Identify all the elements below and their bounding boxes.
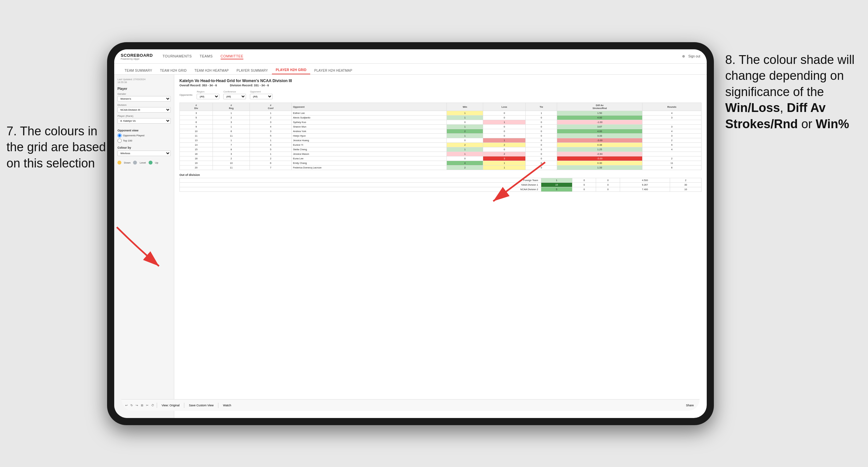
table-row: 9 1 4 Sharon Mun 1 0 0 3.67 3 — [180, 125, 702, 129]
grid-title: Katelyn Vo Head-to-Head Grid for Women's… — [180, 79, 702, 83]
share-btn[interactable]: Share — [684, 403, 696, 408]
toolbar-divider-2 — [184, 403, 184, 408]
time-icon[interactable]: ⏱ — [151, 404, 154, 407]
out-of-division-table: Foreign Team 1 0 0 4.500 2 NAIA Division… — [180, 178, 702, 192]
colour-by-select[interactable]: Win/loss — [118, 151, 171, 156]
th-diff: Diff AvStrokes/Rnd — [557, 103, 642, 111]
region-label: Region — [197, 90, 219, 93]
table-row: 10 6 3 Andrea York 2 0 0 4.00 4 — [180, 129, 702, 134]
sub-nav-team-h2h-grid[interactable]: TEAM H2H GRID — [156, 67, 190, 74]
gender-select[interactable]: Women's — [118, 96, 171, 101]
th-div: #Div — [180, 103, 213, 111]
table-row: 15 8 5 Stella Cheng 1 0 0 1.25 4 — [180, 147, 702, 152]
ood-table-row: NCAA Division 2 5 0 0 7.400 10 — [180, 187, 702, 192]
th-conf: #Conf — [250, 103, 292, 111]
player-rank-label: Player (Rank) — [118, 115, 171, 118]
table-row: 3 1 1 Esther Lee 1 0 1 1.50 4 — [180, 111, 702, 116]
player-section-title: Player — [118, 87, 171, 91]
region-select[interactable]: (All) — [197, 94, 219, 99]
toolbar-divider-1 — [157, 403, 157, 408]
header-icon: ⊕ — [682, 54, 685, 58]
opponents-label: Opponents: — [180, 93, 193, 96]
colour-by-label: Colour by — [118, 146, 171, 149]
opponent-view-label: Opponent view — [118, 129, 171, 132]
th-win: Win — [447, 103, 483, 111]
tablet-screen: SCOREBOARD Powered by clippd TOURNAMENTS… — [114, 49, 707, 418]
header-right: ⊕ Sign out — [682, 54, 700, 58]
sub-nav: TEAM SUMMARY TEAM H2H GRID TEAM H2H HEAT… — [114, 64, 707, 75]
sub-nav-player-h2h-grid[interactable]: PLAYER H2H GRID — [272, 66, 311, 74]
radio-opponents-played[interactable]: Opponents Played — [118, 133, 171, 137]
table-row: 20 11 7 Federica Domecq Lacroze 2 1 0 1.… — [180, 165, 702, 170]
logo-area: SCOREBOARD Powered by clippd — [121, 53, 153, 60]
table-row: 5 2 2 Alexis Sudjianto 1 0 0 4.00 3 — [180, 116, 702, 120]
level-dot — [133, 161, 137, 164]
nav-teams[interactable]: TEAMS — [199, 54, 213, 59]
table-row: 16 3 1 Jessica Mason 1 2 0 -0.94 — [180, 152, 702, 156]
up-label: Up — [155, 161, 158, 164]
undo-icon[interactable]: ↩ — [125, 404, 128, 407]
cut-icon[interactable]: ✂ — [146, 404, 149, 407]
table-row: 18 2 2 Euna Lee 0 3 0 -5.00 2 — [180, 156, 702, 161]
timestamp: Last Updated: 27/03/2024 16:55:38 — [118, 78, 171, 84]
division-record: Division Record: 331 - 34 - 6 — [230, 84, 269, 87]
app-header: SCOREBOARD Powered by clippd TOURNAMENTS… — [114, 49, 707, 64]
table-row: 14 7 4 Eunice Yi 2 2 0 0.38 9 — [180, 143, 702, 147]
main-content: Last Updated: 27/03/2024 16:55:38 Player… — [114, 75, 707, 418]
conference-filter: Conference (All) — [223, 90, 246, 99]
right-content: Katelyn Vo Head-to-Head Grid for Women's… — [174, 75, 707, 418]
table-row: 11 11 5 Heejo Hyun 1 0 0 3.33 3 — [180, 134, 702, 138]
up-dot — [149, 161, 153, 164]
opponent-select[interactable]: (All) — [250, 94, 273, 99]
sub-nav-player-summary[interactable]: PLAYER SUMMARY — [232, 67, 272, 74]
down-dot — [118, 161, 121, 164]
down-label: Down — [124, 161, 130, 164]
save-custom-btn[interactable]: Save Custom View — [187, 403, 215, 408]
table-row: 6 3 3 Sydney Kuo 0 1 0 -1.00 — [180, 120, 702, 125]
left-panel: Last Updated: 27/03/2024 16:55:38 Player… — [114, 75, 174, 418]
conference-select[interactable]: (All) — [223, 94, 246, 99]
opponent-label: Opponent — [250, 90, 273, 93]
player-rank-select[interactable]: 8. Katelyn Vo — [118, 118, 171, 124]
main-table: #Div #Reg #Conf Opponent Win Loss Tie Di… — [180, 102, 702, 170]
opponent-filter: Opponent (All) — [250, 90, 273, 99]
nav-committee[interactable]: COMMITTEE — [221, 54, 244, 59]
sub-nav-team-summary[interactable]: TEAM SUMMARY — [121, 67, 156, 74]
division-select[interactable]: NCAA Division III — [118, 107, 171, 113]
copy-icon[interactable]: ⊞ — [141, 404, 144, 407]
view-original-btn[interactable]: View: Original — [160, 403, 181, 408]
logo-text: SCOREBOARD — [121, 53, 153, 58]
th-reg: #Reg — [213, 103, 250, 111]
division-label: Division — [118, 103, 171, 106]
sub-nav-team-h2h-heatmap[interactable]: TEAM H2H HEATMAP — [190, 67, 232, 74]
th-tie: Tie — [526, 103, 557, 111]
gender-label: Gender — [118, 93, 171, 95]
logo-sub: Powered by clippd — [121, 58, 153, 60]
filter-row: Opponents: Region (All) Conference (All) — [180, 90, 702, 99]
table-row: 19 10 6 Emily Chang 4 1 0 0.30 11 — [180, 161, 702, 165]
redo-icon[interactable]: ↻ — [130, 404, 133, 407]
nav-items: TOURNAMENTS TEAMS COMMITTEE — [162, 54, 682, 59]
table-row: 13 1 1 Jessica Huang 0 1 0 -3.00 2 — [180, 138, 702, 143]
sign-out-link[interactable]: Sign out — [688, 55, 700, 58]
ood-table-row: NAIA Division 1 15 0 0 9.267 30 — [180, 183, 702, 187]
th-loss: Loss — [483, 103, 526, 111]
th-opponent: Opponent — [291, 103, 446, 111]
radio-top100[interactable]: Top 100 — [118, 138, 171, 143]
overall-record: Overall Record: 353 - 34 - 6 — [180, 84, 217, 87]
legend-row: Down Level Up — [118, 161, 171, 164]
back-icon[interactable]: ↪ — [136, 404, 138, 407]
record-row: Overall Record: 353 - 34 - 6 Division Re… — [180, 84, 702, 87]
conference-label: Conference — [223, 90, 246, 93]
th-rounds: Rounds — [642, 103, 701, 111]
watch-btn[interactable]: Watch — [221, 403, 233, 408]
bottom-toolbar: ↩ ↻ ↪ ⊞ ✂ ⏱ View: Original Save Custom V… — [121, 399, 700, 411]
tablet-frame: SCOREBOARD Powered by clippd TOURNAMENTS… — [107, 42, 714, 425]
nav-tournaments[interactable]: TOURNAMENTS — [162, 54, 192, 59]
region-filter: Region (All) — [197, 90, 219, 99]
annotation-right: 8. The colour shade will change dependin… — [725, 52, 862, 132]
toolbar-divider-3 — [218, 403, 218, 408]
ood-table-row: Foreign Team 1 0 0 4.500 2 — [180, 178, 702, 183]
level-label: Level — [140, 161, 146, 164]
sub-nav-player-h2h-heatmap[interactable]: PLAYER H2H HEATMAP — [310, 67, 356, 74]
